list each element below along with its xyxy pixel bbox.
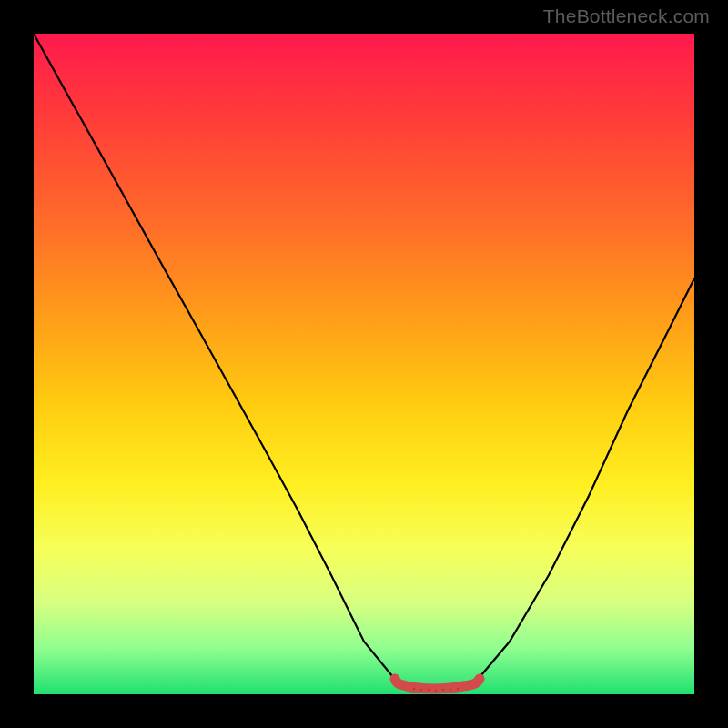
svg-point-4 — [442, 689, 444, 691]
chart-frame: TheBottleneck.com — [0, 0, 728, 728]
svg-point-3 — [435, 690, 437, 692]
bottleneck-curve-path — [34, 34, 694, 688]
curve-svg — [34, 34, 694, 694]
watermark-text: TheBottleneck.com — [543, 5, 710, 27]
svg-point-1 — [420, 689, 422, 691]
plot-area — [34, 34, 694, 694]
svg-point-2 — [428, 689, 430, 691]
svg-point-6 — [457, 688, 459, 690]
svg-point-5 — [450, 689, 451, 691]
svg-point-0 — [413, 688, 415, 690]
trough-marker — [395, 679, 480, 689]
